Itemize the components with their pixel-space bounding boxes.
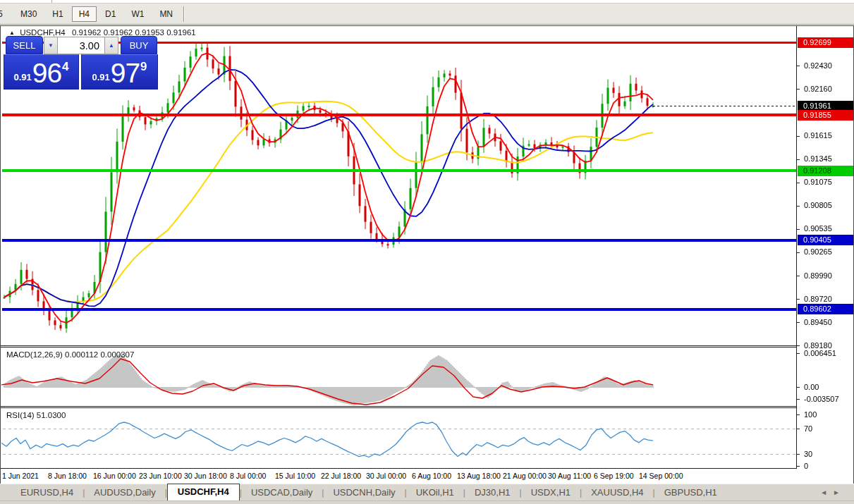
sell-price-prefix: 0.91 xyxy=(13,72,31,82)
price-tick-mark xyxy=(797,252,800,253)
chart-bottom-border xyxy=(1,468,853,469)
tab-scroll-left-icon[interactable]: ◄ xyxy=(820,488,833,496)
chevron-up-icon: ▲ xyxy=(109,42,114,49)
price-tick-label: 0.90805 xyxy=(804,201,832,209)
time-axis-label: 30 Jun 18:00 xyxy=(184,472,227,480)
sell-price-display[interactable]: 0.91964 xyxy=(4,54,79,90)
sell-price-pip-digit: 4 xyxy=(62,60,68,74)
volume-input[interactable]: 3.00 xyxy=(58,37,104,54)
rsi-tick-mark xyxy=(797,414,800,415)
chevron-down-icon: ▼ xyxy=(48,42,54,49)
toolbar-separator xyxy=(183,6,185,22)
price-axis[interactable]: 0.924300.921600.916150.913450.910750.908… xyxy=(796,26,853,469)
chart-tab-audusd[interactable]: AUDUSD,Daily xyxy=(85,485,164,500)
toolbar-top-strip xyxy=(0,0,854,4)
tab-scroll-right-icon[interactable]: ► xyxy=(833,488,846,496)
price-tick-mark xyxy=(797,89,800,90)
time-axis-label: 21 Aug 00:00 xyxy=(503,472,547,480)
volume-decrease-button[interactable]: ▼ xyxy=(44,37,58,54)
chart-tab-gbpusd[interactable]: GBPUSD,H1 xyxy=(655,485,726,500)
timeframe-button-mn[interactable]: MN xyxy=(152,6,180,22)
chart-tab-eurusd[interactable]: EURUSD,H4 xyxy=(11,485,83,500)
chart-tab-usdx[interactable]: USDX,H1 xyxy=(522,485,580,500)
price-tick-label: 0.92430 xyxy=(804,61,832,70)
price-level-badge: 0.91855 xyxy=(798,110,853,121)
timeframe-buttons-row: 5M30H1H4D1W1MN xyxy=(0,5,188,23)
macd-axis-label: -0.003507 xyxy=(804,395,839,403)
macd-axis-label: 0.006451 xyxy=(804,349,836,357)
time-axis-label: 30 Aug 11:00 xyxy=(548,472,591,480)
volume-increase-button[interactable]: ▲ xyxy=(104,37,118,54)
chart-tab-usdcad[interactable]: USDCAD,Daily xyxy=(242,485,322,500)
time-axis-label: 1 Jun 2021 xyxy=(2,472,39,480)
buy-price-display[interactable]: 0.91979 xyxy=(81,54,158,90)
timeframe-button-h1[interactable]: H1 xyxy=(45,6,70,22)
time-axis-label: 23 Jun 10:00 xyxy=(139,472,182,480)
price-tick-label: 0.90535 xyxy=(804,224,832,233)
price-tick-label: 0.91075 xyxy=(804,178,832,186)
rsi-axis-label: 70 xyxy=(804,424,812,433)
rsi-axis-label: 0 xyxy=(804,462,808,470)
chart-tab-usdcnh[interactable]: USDCNH,Daily xyxy=(324,485,404,500)
price-tick-mark xyxy=(797,345,800,346)
timeframe-button-5[interactable]: 5 xyxy=(0,6,12,22)
price-tick-label: 0.91615 xyxy=(804,131,832,140)
buy-price-pip-digit: 9 xyxy=(140,60,147,74)
rsi-tick-mark xyxy=(797,454,800,455)
time-axis-label: 6 Aug 10:00 xyxy=(412,472,451,480)
mt4-terminal: 5M30H1H4D1W1MN ▲ USDCHF,H4 0.91962 0.919… xyxy=(0,0,854,504)
toolbar-divider xyxy=(51,0,52,3)
price-tick-mark xyxy=(797,136,800,137)
timeframe-button-h4[interactable]: H4 xyxy=(72,6,97,22)
rsi-panel-separator[interactable] xyxy=(1,406,853,408)
macd-panel-separator[interactable] xyxy=(1,345,853,348)
price-tick-mark xyxy=(797,276,800,276)
timeframe-toolbar: 5M30H1H4D1W1MN xyxy=(0,0,854,25)
buy-button[interactable]: BUY xyxy=(121,36,157,54)
time-axis-label: 22 Jul 18:00 xyxy=(321,472,361,480)
timeframe-button-d1[interactable]: D1 xyxy=(98,6,123,22)
status-bar xyxy=(0,500,854,504)
sell-button[interactable]: SELL xyxy=(6,36,43,54)
price-tick-mark xyxy=(797,322,800,323)
price-tick-label: 0.92160 xyxy=(804,85,832,93)
time-axis-label: 8 Jul 00:00 xyxy=(230,472,266,480)
time-axis-label: 16 Jun 00:00 xyxy=(93,472,136,480)
time-axis-label: 14 Sep 00:00 xyxy=(639,472,683,480)
price-level-badge: 0.92699 xyxy=(798,37,853,48)
price-tick-mark xyxy=(797,299,800,300)
price-level-badge: 0.91208 xyxy=(798,166,853,176)
tab-scroll-arrows: ◄► xyxy=(820,488,846,500)
time-axis-label: 8 Jun 18:00 xyxy=(48,472,87,480)
chart-tab-xauusd[interactable]: XAUUSD,H4 xyxy=(582,485,652,500)
price-tick-mark xyxy=(797,159,800,160)
rsi-label: RSI(14) 51.0300 xyxy=(6,411,66,419)
timeframe-button-w1[interactable]: W1 xyxy=(124,6,151,22)
macd-tick-mark xyxy=(797,353,800,354)
chart-tab-usdchf[interactable]: USDCHF,H4 xyxy=(167,484,240,500)
price-tick-label: 0.89450 xyxy=(804,318,832,326)
chart-window: ▲ USDCHF,H4 0.91962 0.91962 0.91953 0.91… xyxy=(0,25,854,484)
price-tick-mark xyxy=(797,229,800,230)
macd-tick-mark xyxy=(797,399,800,400)
macd-axis-label: 0.00 xyxy=(804,383,819,391)
sell-price-big-digits: 96 xyxy=(32,61,61,85)
rsi-tick-mark xyxy=(797,466,800,467)
time-axis[interactable]: 1 Jun 20218 Jun 18:0016 Jun 00:0023 Jun … xyxy=(1,470,853,483)
chart-tab-dj30[interactable]: DJ30,H1 xyxy=(465,485,520,500)
rsi-indicator-canvas[interactable] xyxy=(1,410,796,468)
rsi-axis-label: 30 xyxy=(804,450,812,458)
macd-label: MACD(12,26,9) 0.000112 0.000307 xyxy=(6,350,134,359)
chart-tab-ukoil[interactable]: UKOil,H1 xyxy=(407,485,463,500)
buy-price-big-digits: 97 xyxy=(111,61,140,85)
price-tick-label: 0.90265 xyxy=(804,247,832,256)
chart-tab-bar: EURUSD,H4|AUDUSD,Daily|USDCHF,H4|USDCAD,… xyxy=(0,484,854,500)
volume-control: ▼ 3.00 ▲ xyxy=(44,37,118,54)
macd-tick-mark xyxy=(797,387,800,388)
one-click-trading-panel: SELL ▼ 3.00 ▲ BUY 0.91964 0.91979 xyxy=(4,36,158,91)
time-axis-label: 30 Jul 00:00 xyxy=(366,472,406,480)
timeframe-button-m30[interactable]: M30 xyxy=(13,6,44,22)
symbol-triangle-icon: ▲ xyxy=(9,30,15,36)
price-tick-label: 0.91345 xyxy=(804,154,832,163)
price-tick-mark xyxy=(797,206,800,207)
